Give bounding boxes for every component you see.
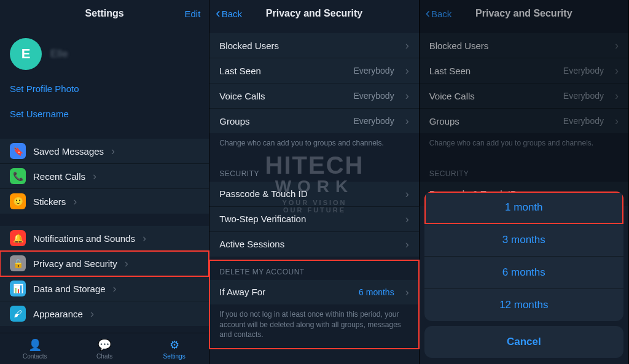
sheet-option-6-months[interactable]: 6 months — [424, 257, 623, 289]
chats-icon: 💬 — [98, 338, 111, 352]
row-label: Blocked Users — [429, 41, 489, 51]
row-label: Voice Calls — [219, 91, 265, 101]
row-label: Blocked Users — [219, 41, 279, 51]
row-groups[interactable]: GroupsEverybody› — [420, 109, 628, 133]
row-label: Saved Messages — [33, 146, 104, 157]
row-blocked-users[interactable]: Blocked Users› — [209, 33, 418, 58]
row-value: Everybody — [354, 66, 394, 76]
row-blocked-users[interactable]: Blocked Users› — [420, 33, 628, 58]
action-sheet-cancel[interactable]: Cancel — [424, 326, 623, 358]
chevron-right-icon: › — [90, 308, 94, 319]
row-saved-messages[interactable]: 🔖Saved Messages› — [0, 139, 209, 164]
privacy-panel: ‹Back Privacy and Security Blocked Users… — [209, 0, 419, 364]
row-voice-calls[interactable]: Voice CallsEverybody› — [420, 83, 628, 109]
settings-panel: Settings Edit E Elle Set Profile Photo S… — [0, 0, 209, 364]
row-appearance[interactable]: 🖌Appearance› — [0, 301, 209, 326]
lock-icon: 🔒 — [10, 255, 26, 271]
profile-block[interactable]: E Elle — [0, 27, 209, 76]
privacy-footer: Change who can add you to groups and cha… — [209, 133, 418, 157]
tab-label: Chats — [96, 353, 112, 360]
row-recent-calls[interactable]: 📞Recent Calls› — [0, 164, 209, 189]
chevron-right-icon: › — [405, 214, 409, 225]
row-notifications-and-sounds[interactable]: 🔔Notifications and Sounds› — [0, 226, 209, 251]
chevron-right-icon: › — [615, 115, 619, 126]
row-value: Everybody — [563, 116, 604, 126]
chevron-right-icon: › — [405, 115, 409, 126]
chevron-right-icon: › — [615, 40, 619, 51]
bell-icon: 🔔 — [10, 230, 26, 246]
row-value: Everybody — [354, 91, 394, 101]
row-label: Privacy and Security — [33, 258, 117, 269]
privacy-header: ‹Back Privacy and Security — [209, 0, 418, 27]
edit-button[interactable]: Edit — [184, 0, 200, 27]
chevron-left-icon: ‹ — [426, 7, 430, 20]
security-header: SECURITY — [209, 157, 418, 182]
chevron-right-icon: › — [405, 287, 409, 298]
if-away-label: If Away For — [219, 287, 265, 297]
sticker-icon: 🙂 — [10, 193, 26, 209]
tab-label: Contacts — [23, 353, 47, 360]
tab-settings[interactable]: ⚙︎Settings — [139, 333, 209, 364]
sheet-option-1-month[interactable]: 1 month — [424, 192, 623, 224]
chevron-right-icon: › — [405, 65, 409, 76]
row-two-step-verification[interactable]: Two-Step Verification› — [209, 207, 418, 232]
set-profile-photo-link[interactable]: Set Profile Photo — [0, 76, 209, 101]
delete-account-header: DELETE MY ACCOUNT — [209, 260, 418, 280]
settings-title: Settings — [85, 8, 124, 19]
chevron-right-icon: › — [93, 171, 96, 182]
row-value: Everybody — [354, 116, 394, 126]
row-voice-calls[interactable]: Voice CallsEverybody› — [209, 83, 418, 109]
privacy-header-3: ‹Back Privacy and Security — [420, 0, 628, 27]
row-stickers[interactable]: 🙂Stickers› — [0, 189, 209, 214]
settings-header: Settings Edit — [0, 0, 209, 27]
row-last-seen[interactable]: Last SeenEverybody› — [209, 58, 418, 83]
row-label: Voice Calls — [429, 91, 475, 101]
privacy-title-3: Privacy and Security — [475, 8, 572, 19]
if-away-for-row[interactable]: If Away For 6 months › — [209, 280, 418, 304]
chevron-right-icon: › — [405, 90, 409, 101]
row-label: Last Seen — [429, 66, 471, 76]
row-label: Active Sessions — [219, 239, 284, 249]
phone-icon: 📞 — [10, 168, 26, 184]
brush-icon: 🖌 — [10, 306, 26, 322]
chevron-right-icon: › — [405, 40, 409, 51]
row-label: Data and Storage — [33, 284, 106, 294]
sheet-option-12-months[interactable]: 12 months — [424, 289, 623, 321]
back-button[interactable]: ‹Back — [216, 0, 242, 27]
row-value: Everybody — [563, 66, 604, 76]
row-privacy-and-security[interactable]: 🔒Privacy and Security› — [0, 251, 209, 276]
row-label: Groups — [219, 116, 249, 126]
row-label: Last Seen — [219, 66, 261, 76]
contacts-icon: 👤 — [28, 338, 42, 352]
row-last-seen[interactable]: Last SeenEverybody› — [420, 58, 628, 83]
set-username-link[interactable]: Set Username — [0, 101, 209, 126]
row-value: Everybody — [563, 91, 604, 101]
profile-name: Elle — [50, 48, 68, 60]
delete-account-footer: If you do not log in at least once withi… — [209, 304, 418, 349]
row-data-and-storage[interactable]: 📊Data and Storage› — [0, 276, 209, 301]
chevron-left-icon: ‹ — [216, 7, 220, 20]
row-label: Appearance — [33, 309, 83, 319]
tab-contacts[interactable]: 👤Contacts — [0, 333, 69, 364]
chevron-right-icon: › — [111, 145, 115, 157]
chevron-right-icon: › — [615, 90, 619, 101]
row-label: Notifications and Sounds — [33, 233, 135, 244]
row-groups[interactable]: GroupsEverybody› — [209, 109, 418, 133]
privacy-title: Privacy and Security — [266, 8, 362, 19]
chevron-right-icon: › — [615, 65, 619, 76]
chevron-right-icon: › — [113, 283, 117, 294]
chevron-right-icon: › — [405, 239, 409, 250]
chevron-right-icon: › — [405, 188, 409, 199]
row-label: Passcode & Touch ID — [219, 188, 307, 199]
data-icon: 📊 — [10, 281, 26, 296]
settings-icon: ⚙︎ — [170, 338, 179, 352]
row-passcode-touch-id[interactable]: Passcode & Touch ID› — [209, 182, 418, 207]
row-label: Recent Calls — [33, 171, 85, 182]
row-label: Stickers — [33, 196, 66, 207]
sheet-option-3-months[interactable]: 3 months — [424, 224, 623, 257]
row-active-sessions[interactable]: Active Sessions› — [209, 232, 418, 257]
tab-chats[interactable]: 💬Chats — [69, 333, 139, 364]
row-label: Two-Step Verification — [219, 214, 306, 224]
security-header-3: SECURITY — [420, 157, 628, 182]
back-button-3[interactable]: ‹Back — [426, 0, 452, 27]
